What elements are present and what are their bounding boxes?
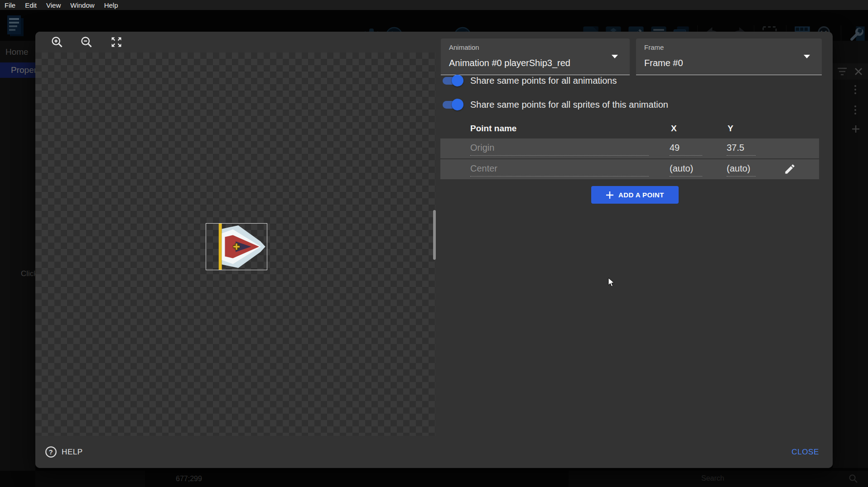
menu-help[interactable]: Help — [104, 1, 118, 9]
help-icon: ? — [45, 446, 57, 458]
frame-select-label: Frame — [644, 43, 664, 51]
add-point-button[interactable]: ADD A POINT — [591, 186, 679, 204]
menu-view[interactable]: View — [46, 1, 61, 9]
edit-point-icon[interactable] — [784, 163, 796, 175]
svg-text:?: ? — [49, 449, 53, 456]
zoom-in-icon[interactable] — [51, 36, 63, 48]
point-y-field[interactable]: 37.5 — [727, 140, 756, 156]
zoom-out-icon[interactable] — [80, 36, 93, 48]
player-ship-sprite[interactable] — [206, 224, 267, 270]
edit-points-dialog: Animation Animation #0 playerShip3_red F… — [35, 32, 833, 468]
canvas-toolbar — [35, 32, 435, 53]
share-points-all-sprites-label: Share same points for all sprites of thi… — [470, 100, 668, 110]
screen: File Edit View Window Help PREVIEW — [0, 0, 868, 487]
point-row-origin: Origin 49 37.5 — [440, 138, 819, 158]
chevron-down-icon — [612, 55, 618, 58]
switch-thumb — [452, 75, 463, 86]
dialog-footer: ? HELP CLOSE — [35, 436, 833, 468]
plus-icon — [606, 191, 614, 199]
add-point-label: ADD A POINT — [618, 191, 664, 199]
column-header-point-name: Point name — [470, 124, 516, 134]
frame-select-value: Frame #0 — [644, 58, 683, 68]
point-row-center: Center (auto) (auto) — [440, 159, 819, 179]
animation-select-value: Animation #0 playerShip3_red — [449, 58, 570, 68]
point-name-field[interactable]: Center — [470, 161, 649, 177]
share-points-all-animations-label: Share same points for all animations — [470, 76, 617, 86]
help-button[interactable]: ? HELP — [45, 446, 83, 458]
close-button[interactable]: CLOSE — [791, 448, 819, 457]
share-points-all-sprites-toggle[interactable] — [443, 101, 463, 109]
canvas-scrollbar[interactable] — [433, 210, 436, 260]
point-x-field[interactable]: (auto) — [670, 161, 702, 177]
point-x-field[interactable]: 49 — [670, 140, 702, 156]
menu-file[interactable]: File — [5, 1, 15, 9]
fit-view-icon[interactable] — [110, 36, 123, 48]
sprite-bounding-box — [206, 223, 267, 270]
animation-select[interactable]: Animation Animation #0 playerShip3_red — [441, 38, 630, 75]
point-name-field[interactable]: Origin — [470, 140, 649, 156]
menu-edit[interactable]: Edit — [25, 1, 37, 9]
menu-window[interactable]: Window — [70, 1, 94, 9]
animation-select-label: Animation — [449, 43, 479, 51]
frame-select[interactable]: Frame Frame #0 — [636, 38, 822, 75]
column-header-y: Y — [728, 124, 733, 134]
share-points-all-animations-toggle[interactable] — [443, 77, 463, 85]
column-header-x: X — [671, 124, 677, 134]
mouse-cursor — [608, 277, 615, 287]
switch-thumb — [452, 99, 463, 110]
chevron-down-icon — [804, 55, 810, 58]
menu-bar: File Edit View Window Help — [0, 0, 868, 10]
help-label: HELP — [62, 448, 83, 457]
point-y-field[interactable]: (auto) — [727, 161, 756, 177]
